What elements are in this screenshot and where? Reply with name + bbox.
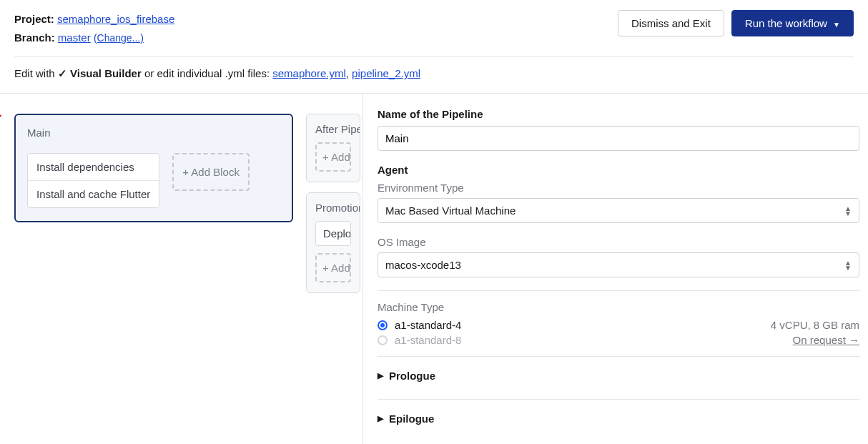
promotions-title: Promotions (315, 202, 351, 214)
agent-label: Agent (378, 164, 859, 176)
yml-link-1[interactable]: semaphore.yml (272, 67, 346, 79)
machine-spec: 4 vCPU, 8 GB ram (771, 319, 859, 331)
radio-icon[interactable] (378, 320, 388, 330)
machine-type-label: Machine Type (378, 301, 859, 313)
change-branch-link[interactable]: (Change...) (94, 32, 144, 44)
prologue-label: Prologue (389, 370, 435, 382)
pipeline-canvas: Main Install dependencies Install and ca… (0, 94, 363, 444)
pipeline-name-label: Name of the Pipeline (378, 108, 859, 120)
select-updown-icon: ▲▼ (844, 206, 852, 216)
machine-request-link[interactable]: On request → (793, 334, 859, 346)
machine-option-row: a1-standard-8 On request → (378, 332, 859, 347)
pipeline-name-input[interactable] (378, 126, 859, 151)
promotions-card[interactable]: Promotions Deploy t + Add (306, 192, 360, 293)
panel-divider (378, 290, 859, 291)
pipeline-main-title: Main (27, 127, 280, 139)
editwith-middle: or edit individual .yml files: (142, 67, 272, 79)
after-pipeline-title: After Pipeline (315, 123, 351, 135)
os-image-select[interactable]: macos-xcode13 ▲▼ (378, 252, 859, 277)
header-info: Project: semaphore_ios_firebase Branch: … (14, 10, 174, 46)
env-type-value: Mac Based Virtual Machine (385, 204, 516, 217)
after-add-button[interactable]: + Add (315, 142, 351, 172)
os-image-label: OS Image (378, 236, 859, 248)
prologue-toggle[interactable]: ▶ Prologue (378, 367, 859, 390)
panel-divider (378, 399, 859, 400)
promotion-add-button[interactable]: + Add (315, 253, 351, 282)
project-label: Project: (14, 13, 54, 25)
job-row[interactable]: Install and cache Flutter (28, 180, 159, 207)
os-image-value: macos-xcode13 (385, 259, 461, 271)
branch-link[interactable]: master (58, 31, 91, 44)
epilogue-toggle[interactable]: ▶ Epilogue (378, 410, 859, 433)
select-updown-icon: ▲▼ (844, 260, 852, 270)
triangle-right-icon: ▶ (378, 414, 383, 423)
epilogue-label: Epilogue (389, 413, 434, 425)
block-card[interactable]: Install dependencies Install and cache F… (27, 153, 159, 208)
machine-name: a1-standard-4 (395, 319, 461, 331)
run-workflow-label: Run the workflow (745, 17, 827, 29)
radio-icon (378, 335, 388, 345)
edit-mode-bar: Edit with ✓ Visual Builder or edit indiv… (0, 57, 868, 93)
project-link[interactable]: semaphore_ios_firebase (57, 13, 174, 25)
panel-divider (378, 356, 859, 357)
triangle-right-icon: ▶ (378, 371, 383, 380)
add-block-button[interactable]: + Add Block (172, 153, 250, 191)
machine-option-row[interactable]: a1-standard-4 4 vCPU, 8 GB ram (378, 317, 859, 332)
promotion-item[interactable]: Deploy t (315, 221, 351, 246)
job-row[interactable]: Install dependencies (28, 154, 159, 180)
run-workflow-button[interactable]: Run the workflow ▼ (731, 10, 854, 36)
editwith-prefix: Edit with (14, 67, 55, 79)
branch-label: Branch: (14, 31, 55, 44)
side-panel: Name of the Pipeline Agent Environment T… (363, 94, 868, 444)
env-type-select[interactable]: Mac Based Virtual Machine ▲▼ (378, 198, 859, 223)
after-pipeline-card[interactable]: After Pipeline + Add (306, 114, 360, 182)
env-type-label: Environment Type (378, 182, 859, 194)
machine-name: a1-standard-8 (395, 334, 461, 346)
yml-link-2[interactable]: pipeline_2.yml (352, 67, 420, 79)
caret-down-icon: ▼ (833, 21, 840, 29)
visual-builder-label: ✓ Visual Builder (58, 67, 142, 79)
dismiss-button[interactable]: Dismiss and Exit (618, 10, 724, 36)
pipeline-main[interactable]: Main Install dependencies Install and ca… (14, 114, 293, 222)
